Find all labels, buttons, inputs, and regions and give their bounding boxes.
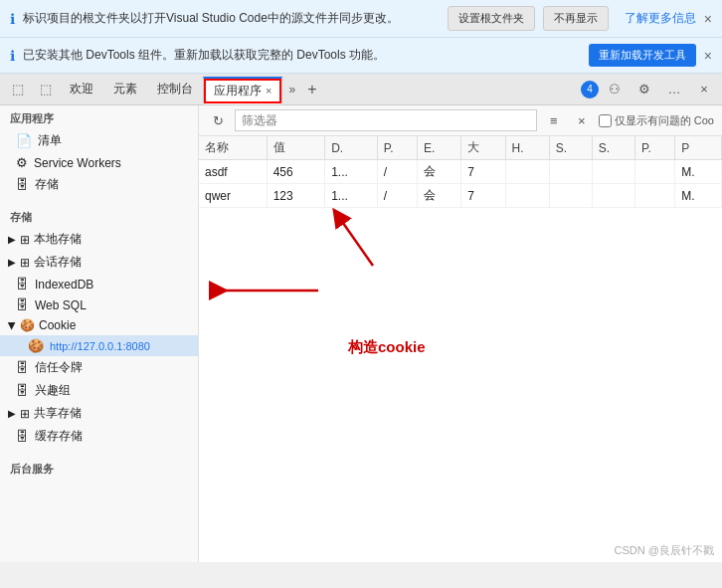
sidebar-group-local-storage[interactable]: ▶ ⊞ 本地存储: [0, 228, 198, 251]
refresh-button[interactable]: ↻: [207, 109, 229, 131]
shared-storage-icon: ⊞: [20, 407, 30, 421]
info-bar1-close[interactable]: ×: [704, 11, 712, 27]
col-value: 值: [267, 136, 324, 160]
info-bar2-close[interactable]: ×: [704, 48, 712, 64]
shared-storage-arrow: ▶: [8, 408, 16, 419]
content-toolbar: ↻ ≡ × 仅显示有问题的 Coo: [199, 105, 722, 136]
info-bar-1: ℹ 标识项目的根文件夹以打开Visual Studio Code中的源文件并同步…: [0, 0, 722, 38]
cookies-table: 名称 值 D. P. E. 大 H. S. S. P. P asdf4561..…: [199, 136, 722, 208]
manifest-icon: 📄: [16, 133, 32, 148]
info-bar-2: ℹ 已安装其他 DevTools 组件。重新加载以获取完整的 DevTools …: [0, 38, 722, 74]
web-sql-icon: 🗄: [16, 297, 29, 312]
info-icon-2: ℹ: [10, 48, 15, 64]
only-problems-label[interactable]: 仅显示有问题的 Coo: [599, 113, 714, 128]
col-s: S.: [549, 136, 592, 160]
learn-more-link[interactable]: 了解更多信息: [625, 10, 696, 27]
sidebar-group-shared-storage[interactable]: ▶ ⊞ 共享存储: [0, 402, 198, 425]
arrow-to-sidebar: [209, 276, 328, 308]
annotation-arrow: [318, 196, 398, 276]
close-devtools-icon[interactable]: ×: [690, 76, 718, 103]
no-show-button[interactable]: 不再显示: [543, 6, 609, 31]
session-storage-icon: ⊞: [20, 256, 30, 270]
sidebar-item-manifest[interactable]: 📄 清单: [0, 129, 198, 152]
annotation-area: 构造cookie: [318, 196, 426, 357]
col-name: 名称: [199, 136, 267, 160]
sidebar-group-cookie[interactable]: ▶ 🍪 Cookie: [0, 315, 198, 335]
content-area: ↻ ≡ × 仅显示有问题的 Coo 名称 值 D. P. E. 大: [199, 105, 722, 562]
sidebar-section-app: 应用程序: [0, 105, 198, 129]
table-area: 名称 值 D. P. E. 大 H. S. S. P. P asdf4561..…: [199, 136, 722, 562]
tab-icon-1[interactable]: ⬚: [4, 76, 32, 103]
network-icon[interactable]: ⚇: [601, 76, 629, 103]
table-row[interactable]: asdf4561.../会7M.: [199, 160, 722, 184]
cache-storage-icon: 🗄: [16, 429, 29, 444]
tab-console[interactable]: 控制台: [147, 76, 203, 103]
sidebar-section-storage: 存储: [0, 204, 198, 228]
svg-line-1: [338, 216, 373, 266]
trust-tokens-icon: 🗄: [16, 360, 29, 375]
sidebar: 应用程序 📄 清单 ⚙ Service Workers 🗄 存储 存储 ▶ ⊞ …: [0, 105, 199, 562]
tab-application[interactable]: 应用程序 ×: [203, 77, 282, 104]
tabs-bar: ⬚ ⬚ 欢迎 元素 控制台 应用程序 × » + 4 ⚇ ⚙ … ×: [0, 74, 722, 105]
info-text-1: 标识项目的根文件夹以打开Visual Studio Code中的源文件并同步更改…: [23, 10, 440, 27]
filter-icon[interactable]: ≡: [543, 109, 565, 131]
col-s2: S.: [592, 136, 634, 160]
sidebar-item-cookie-url[interactable]: 🍪 http://127.0.0.1:8080: [0, 335, 198, 356]
tab-badge: 4: [581, 81, 599, 98]
col-size: 大: [461, 136, 505, 160]
sidebar-item-service-workers[interactable]: ⚙ Service Workers: [0, 152, 198, 173]
local-storage-arrow: ▶: [8, 234, 16, 245]
info-text-2: 已安装其他 DevTools 组件。重新加载以获取完整的 DevTools 功能…: [23, 47, 581, 64]
col-p: P.: [377, 136, 417, 160]
sidebar-item-interest-groups[interactable]: 🗄 兴趣组: [0, 379, 198, 402]
tab-right-icons: 4 ⚇ ⚙ … ×: [581, 76, 718, 103]
indexeddb-icon: 🗄: [16, 277, 29, 292]
sidebar-item-web-sql[interactable]: 🗄 Web SQL: [0, 294, 198, 315]
more-icon[interactable]: …: [660, 76, 688, 103]
local-storage-icon: ⊞: [20, 233, 30, 247]
filter-input[interactable]: [235, 109, 537, 131]
watermark: CSDN @良辰针不戳: [615, 543, 714, 558]
tab-elements[interactable]: 元素: [103, 76, 147, 103]
sidebar-section-bg: 后台服务: [0, 456, 198, 480]
cookie-icon: 🍪: [20, 318, 35, 332]
table-row[interactable]: qwer1231.../会7M.: [199, 184, 722, 208]
cookie-url-icon: 🍪: [28, 338, 44, 353]
cookie-arrow: ▶: [7, 321, 18, 329]
tab-welcome[interactable]: 欢迎: [60, 76, 103, 103]
tab-icon-2[interactable]: ⬚: [32, 76, 60, 103]
session-storage-arrow: ▶: [8, 257, 16, 268]
annotation-text: 构造cookie: [348, 338, 426, 357]
sidebar-item-trust-tokens[interactable]: 🗄 信任令牌: [0, 356, 198, 379]
interest-groups-icon: 🗄: [16, 383, 29, 398]
set-root-button[interactable]: 设置根文件夹: [448, 6, 535, 31]
sidebar-item-storage-top[interactable]: 🗄 存储: [0, 173, 198, 196]
main-layout: 应用程序 📄 清单 ⚙ Service Workers 🗄 存储 存储 ▶ ⊞ …: [0, 105, 722, 562]
sidebar-item-indexeddb[interactable]: 🗄 IndexedDB: [0, 274, 198, 294]
col-p2: P.: [634, 136, 674, 160]
reload-devtools-button[interactable]: 重新加载开发工具: [589, 44, 696, 67]
info-icon-1: ℹ: [10, 11, 15, 27]
clear-filter-button[interactable]: ×: [571, 109, 593, 131]
col-e: E.: [418, 136, 461, 160]
settings-icon[interactable]: ⚙: [631, 76, 658, 103]
sidebar-item-cache-storage[interactable]: 🗄 缓存存储: [0, 425, 198, 448]
tab-add[interactable]: +: [301, 81, 322, 98]
only-problems-checkbox[interactable]: [599, 114, 612, 127]
col-h: H.: [505, 136, 549, 160]
col-d: D.: [325, 136, 378, 160]
tab-more[interactable]: »: [282, 83, 301, 97]
tab-application-close[interactable]: ×: [266, 85, 271, 97]
sidebar-group-session-storage[interactable]: ▶ ⊞ 会话存储: [0, 251, 198, 274]
col-p3: P: [675, 136, 722, 160]
storage-top-icon: 🗄: [16, 177, 29, 192]
service-workers-icon: ⚙: [16, 155, 28, 170]
